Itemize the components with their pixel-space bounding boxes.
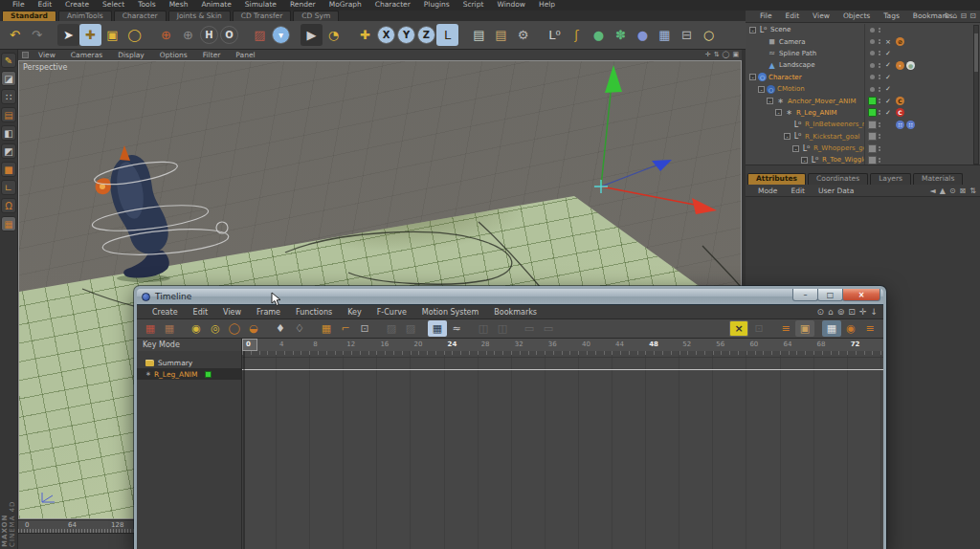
viewport-menu-item[interactable]: Cameras xyxy=(63,51,110,59)
enable-toggle[interactable] xyxy=(868,63,877,68)
toggle-view-icon[interactable]: ▣ xyxy=(732,50,739,60)
object-manager-menu-item[interactable]: Objects xyxy=(836,11,877,20)
search-icon[interactable]: ⊙ xyxy=(817,307,825,317)
undo-icon[interactable]: ↶ xyxy=(4,24,26,46)
live-selection-icon[interactable]: ➤ xyxy=(57,24,79,46)
object-axis-icon[interactable]: O xyxy=(220,26,238,44)
pan-view-icon[interactable]: ✛ xyxy=(705,50,711,60)
attribute-tab[interactable]: Layers xyxy=(870,173,911,185)
menu-item[interactable]: Help xyxy=(532,0,562,10)
layout-tab[interactable]: Character xyxy=(114,11,167,21)
timeline-menu-item[interactable]: Bookmarks xyxy=(486,308,545,317)
prev-tool-icon[interactable]: ⊕ xyxy=(177,24,199,46)
uv-mode-icon[interactable]: ■ xyxy=(1,162,16,177)
tree-row[interactable]: - L⁰ R_Toe_Wiggle xyxy=(746,154,980,165)
y-lock-icon[interactable]: Y xyxy=(397,26,415,44)
add-camera-icon[interactable]: ⊟ xyxy=(676,24,698,46)
enable-toggle[interactable] xyxy=(868,87,877,92)
visibility-dots[interactable] xyxy=(877,28,882,33)
timeline-ruler[interactable]: Key Mode 0481216202428323640444852566064… xyxy=(137,339,883,351)
menu-item[interactable]: Window xyxy=(490,0,532,10)
move-gizmo[interactable] xyxy=(594,65,717,214)
maximize-button[interactable]: □ xyxy=(817,289,843,301)
tree-row[interactable]: L⁰ R_InBetweeners_root ∷ ∷ xyxy=(746,119,980,130)
add-floor-icon[interactable]: ▦ xyxy=(654,24,676,46)
add-null-icon[interactable]: L⁰ xyxy=(544,24,566,46)
object-tag-icon[interactable]: ● xyxy=(906,61,915,70)
ghost-frames-icon[interactable]: ▨ xyxy=(382,320,401,337)
timeline-key-area[interactable] xyxy=(242,351,883,549)
enable-toggle[interactable] xyxy=(868,39,877,44)
expand-toggle-icon[interactable]: - xyxy=(784,133,791,140)
layer-a-icon[interactable]: ◫ xyxy=(474,320,493,337)
layout-tab[interactable]: CD Transfer xyxy=(233,11,292,21)
tree-row[interactable]: - ∗ Anchor_Mover_ANIM ✓ C xyxy=(746,95,980,106)
wave-icon[interactable]: ≈ xyxy=(447,320,466,337)
move-icon[interactable]: ✛ xyxy=(859,307,867,317)
attribute-menu-item[interactable]: Mode xyxy=(751,187,784,195)
tree-row[interactable]: - ○ CMotion ✓ xyxy=(746,83,980,95)
viewport-menu-item[interactable]: View xyxy=(31,51,63,59)
back-icon[interactable]: ◄ xyxy=(930,187,936,195)
enable-toggle[interactable] xyxy=(868,144,877,153)
object-manager-menu-item[interactable]: Edit xyxy=(779,11,807,20)
search-icon[interactable]: ⊙ xyxy=(949,187,956,195)
layout-tab[interactable]: CD Sym xyxy=(293,11,339,21)
up-icon[interactable]: ▲ xyxy=(940,187,946,195)
timeline-menu-item[interactable]: Frame xyxy=(249,308,288,317)
layer-b-icon[interactable]: ◫ xyxy=(493,320,512,337)
character-mesh[interactable] xyxy=(96,145,170,282)
menu-item[interactable]: Animate xyxy=(194,0,237,10)
texture-mode-icon[interactable]: ▤ xyxy=(1,107,16,122)
clamp-icon[interactable]: ◒ xyxy=(244,320,263,337)
timeline-menu-item[interactable]: F-Curve xyxy=(369,308,414,317)
calendar-icon[interactable]: ▦ xyxy=(428,320,447,337)
tree-row[interactable]: - ∗ R_Leg_ANIM ✓ C xyxy=(746,107,980,119)
menu-item[interactable]: File xyxy=(6,0,32,10)
home-icon[interactable]: ⌂ xyxy=(828,307,834,317)
object-tag-icon[interactable]: C xyxy=(896,97,904,105)
menu-item[interactable]: Plugins xyxy=(417,0,457,10)
visibility-dots[interactable] xyxy=(877,134,882,139)
expand-toggle-icon[interactable]: - xyxy=(775,109,782,116)
cube-track-icon[interactable]: ▣ xyxy=(795,320,814,337)
menu-item[interactable]: Create xyxy=(58,0,96,10)
key-b-icon[interactable]: ♢ xyxy=(290,320,309,337)
menu-item[interactable]: Tools xyxy=(131,0,162,10)
timeline-menu-item[interactable]: Functions xyxy=(288,308,340,317)
expand-toggle-icon[interactable]: - xyxy=(758,86,765,93)
home-icon[interactable]: ⌂ xyxy=(953,11,958,20)
enable-toggle[interactable] xyxy=(868,132,877,141)
object-manager-menu-item[interactable]: Tags xyxy=(877,11,906,20)
menu-item[interactable]: Simulate xyxy=(238,0,283,10)
search-icon[interactable]: ⊙ xyxy=(944,11,950,20)
add-array-icon[interactable]: ✽ xyxy=(610,24,632,46)
sync-icon[interactable]: ⇅ xyxy=(969,187,976,195)
object-tag-icon[interactable]: ∷ xyxy=(906,121,915,129)
ghost-icon[interactable]: ▾ xyxy=(272,26,290,44)
panel-icon[interactable]: ⊡ xyxy=(969,11,976,20)
viewport-menu-item[interactable]: Display xyxy=(110,51,152,59)
record-keyframes-icon[interactable]: ▶ xyxy=(301,24,323,46)
render-settings-icon[interactable]: ⚙ xyxy=(512,24,534,46)
workplane-icon[interactable]: ▦ xyxy=(1,216,16,231)
enable-check[interactable]: ✓ xyxy=(882,85,894,93)
summary-track[interactable]: Summary xyxy=(137,357,241,368)
minimize-icon[interactable]: ⊟ xyxy=(961,11,968,20)
keys-stack-icon[interactable]: ≡ xyxy=(776,320,795,337)
render-picture-icon[interactable]: ▤ xyxy=(490,24,512,46)
enable-check[interactable]: ✓ xyxy=(882,109,894,117)
attribute-tab[interactable]: Attributes xyxy=(747,173,806,185)
record-frame-icon[interactable]: ▦ xyxy=(141,320,160,337)
keyframe-indicator[interactable] xyxy=(205,371,212,378)
x-lock-icon[interactable]: X xyxy=(377,26,395,44)
tree-row[interactable]: ▲ Landscape ✓ · ● xyxy=(746,59,980,71)
enable-toggle[interactable] xyxy=(868,108,877,117)
gizmo-z-axis[interactable] xyxy=(601,165,658,187)
tree-row[interactable]: - L⁰ R_Whoppers_goal xyxy=(746,143,980,154)
attribute-tab[interactable]: Materials xyxy=(913,173,963,185)
menu-item[interactable]: Script xyxy=(457,0,491,10)
marker-icon[interactable]: ⌐ xyxy=(336,320,355,337)
viewport-menu-item[interactable]: Panel xyxy=(228,51,262,59)
autokey-icon[interactable]: ◉ xyxy=(187,320,206,337)
